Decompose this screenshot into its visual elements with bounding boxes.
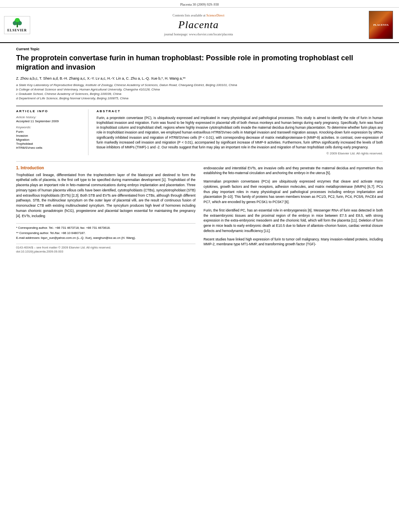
article-title: The proprotein convertase furin in human… bbox=[16, 53, 383, 72]
abstract-label: ABSTRACT bbox=[97, 109, 383, 113]
intro-title: 1. Introduction bbox=[16, 166, 195, 170]
footer-doi: doi:10.1016/j.placenta.2009.09.003 bbox=[16, 250, 195, 254]
abstract-text: Furin, a proprotein convertase (PC), is … bbox=[97, 115, 383, 150]
article-info-abstract: ARTICLE INFO Article history: Accepted 1… bbox=[16, 106, 383, 155]
right-para-4: Recent studies have linked high expressi… bbox=[204, 237, 383, 247]
accepted-date: Accepted 11 September 2009 bbox=[16, 119, 83, 123]
right-para-3: Furin, the first identified PC, has an e… bbox=[204, 208, 383, 234]
footnote-3: E-mail addresses: liqun_xue@yahoo.com.cn… bbox=[16, 236, 195, 240]
keyword-1: Furin bbox=[16, 130, 83, 134]
footer: 0143-4004/$ – see front matter © 2009 El… bbox=[16, 244, 195, 254]
svg-point-4 bbox=[15, 18, 20, 22]
journal-url: journal homepage: www.elsevier.com/locat… bbox=[164, 33, 233, 36]
affiliation-b: b College of Animal Science and Veterina… bbox=[16, 87, 383, 92]
affiliations: a State Key Laboratory of Reproductive B… bbox=[16, 83, 383, 101]
elsevier-logo: ELSEVIER bbox=[4, 16, 30, 34]
journal-citation: Placenta 30 (2009) 929–938 bbox=[180, 2, 219, 6]
footnote-2: ** Corresponding author. Tel./fax: +86 1… bbox=[16, 231, 195, 236]
main-content: 1. Introduction Trophoblast cell lineage… bbox=[16, 161, 383, 254]
sciencedirect-text: Contents lists available at ScienceDirec… bbox=[173, 14, 224, 17]
cover-label: PLACENTA bbox=[373, 23, 389, 27]
page: Placenta 30 (2009) 929–938 ELSEVIER Cont… bbox=[0, 0, 399, 532]
affiliation-c: c Graduate School, Chinese Academy of Sc… bbox=[16, 92, 383, 96]
elsevier-tree-icon bbox=[11, 18, 23, 28]
elsevier-text: ELSEVIER bbox=[7, 29, 27, 32]
journal-header: ELSEVIER Contents lists available at Sci… bbox=[0, 8, 399, 43]
right-para-2: Mammalian proprotein convertases (PCs) a… bbox=[204, 179, 383, 205]
affiliation-a: a State Key Laboratory of Reproductive B… bbox=[16, 83, 383, 87]
article-info-label: ARTICLE INFO bbox=[16, 109, 83, 113]
left-column: 1. Introduction Trophoblast cell lineage… bbox=[16, 166, 195, 254]
top-bar: Placenta 30 (2009) 929–938 bbox=[0, 0, 399, 8]
journal-cover: PLACENTA bbox=[367, 11, 395, 39]
abstract-column: ABSTRACT Furin, a proprotein convertase … bbox=[97, 109, 383, 155]
footnote-1: * Corresponding author. Tel.: +86 731 46… bbox=[16, 226, 195, 230]
footnotes: * Corresponding author. Tel.: +86 731 46… bbox=[16, 223, 195, 240]
journal-center: Contents lists available at ScienceDirec… bbox=[34, 14, 363, 36]
authors-line: Z. Zhou a,b,c, T. Shen a,d, B.-H. Zhang … bbox=[16, 76, 383, 80]
keyword-4: Trophoblast bbox=[16, 142, 83, 146]
keyword-3: Migration bbox=[16, 138, 83, 142]
keywords-label: Keywords: bbox=[16, 125, 83, 129]
footer-issn: 0143-4004/$ – see front matter © 2009 El… bbox=[16, 246, 195, 250]
sciencedirect-link[interactable]: ScienceDirect bbox=[206, 14, 224, 17]
affiliation-d: d Department of Life Science, Beijing No… bbox=[16, 96, 383, 101]
article-body: Current Topic The proprotein convertase … bbox=[0, 43, 399, 258]
keyword-2: Invasion bbox=[16, 134, 83, 138]
right-column: endovascular and interstitial EVTs, are … bbox=[204, 166, 383, 254]
placenta-cover-image: PLACENTA bbox=[369, 11, 393, 39]
article-info-column: ARTICLE INFO Article history: Accepted 1… bbox=[16, 109, 88, 155]
keyword-5: HTR8/SVneo cells bbox=[16, 146, 83, 150]
article-section-label: Current Topic bbox=[16, 47, 383, 51]
copyright-line: © 2009 Elsevier Ltd. All rights reserved… bbox=[97, 152, 383, 155]
intro-left-para-1: Trophoblast cell lineage, differentiated… bbox=[16, 173, 195, 219]
journal-title: Placenta bbox=[178, 19, 218, 31]
history-label: Article history: bbox=[16, 115, 83, 119]
right-para-1: endovascular and interstitial EVTs, are … bbox=[204, 166, 383, 176]
